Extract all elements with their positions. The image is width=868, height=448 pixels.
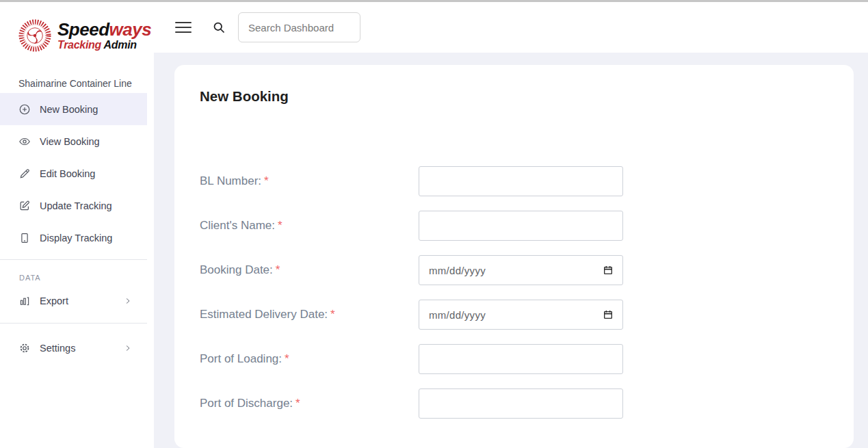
form-row-port-of-discharge: Port of Discharge:* xyxy=(200,388,833,419)
form-row-bl-number: BL Number:* xyxy=(200,166,833,196)
field-label: Port of Discharge:* xyxy=(200,397,419,410)
sidebar-item-label: Settings xyxy=(40,343,75,354)
edit-square-icon xyxy=(18,200,31,212)
topbar xyxy=(154,2,868,53)
required-asterisk: * xyxy=(295,397,300,410)
plus-circle-icon xyxy=(18,103,31,116)
form-row-estimated-delivery-date: Estimated Delivery Date:* mm/dd/yyyy xyxy=(200,300,833,330)
logo-sub-black: Admin xyxy=(104,39,137,51)
sidebar-item-settings[interactable]: Settings xyxy=(0,332,154,365)
hamburger-icon[interactable] xyxy=(175,18,192,36)
page: Speedways Tracking Admin Shaimarine Cont… xyxy=(0,0,868,448)
device-outline-icon xyxy=(18,232,31,244)
sidebar-item-label: View Booking xyxy=(40,136,100,147)
search-icon[interactable] xyxy=(212,21,226,34)
client-name-input[interactable] xyxy=(419,211,623,241)
sidebar-item-label: Export xyxy=(40,295,68,306)
field-label: Client's Name:* xyxy=(200,219,419,233)
required-asterisk: * xyxy=(278,219,282,232)
logo-name-red: ways xyxy=(109,19,152,40)
bl-number-input[interactable] xyxy=(419,166,623,196)
app-logo[interactable]: Speedways Tracking Admin xyxy=(0,2,154,68)
gear-icon xyxy=(18,342,31,354)
eye-icon xyxy=(18,135,31,148)
sidebar: Speedways Tracking Admin Shaimarine Cont… xyxy=(0,2,154,448)
main-content: New Booking BL Number:* Client's Name:* … xyxy=(154,53,868,448)
sidebar-item-export[interactable]: Export xyxy=(0,285,154,317)
pencil-icon xyxy=(18,168,31,180)
calendar-icon[interactable] xyxy=(603,265,614,276)
port-of-loading-input[interactable] xyxy=(419,344,623,374)
sidebar-item-edit-booking[interactable]: Edit Booking xyxy=(0,157,154,189)
logo-sub-red: Tracking xyxy=(57,39,101,51)
estimated-delivery-date-input[interactable]: mm/dd/yyyy xyxy=(419,300,623,330)
sidebar-item-label: Display Tracking xyxy=(40,233,112,243)
form-row-client-name: Client's Name:* xyxy=(200,211,833,241)
page-title: New Booking xyxy=(200,88,833,105)
sidebar-item-update-tracking[interactable]: Update Tracking xyxy=(0,189,154,222)
data-section-label: DATA xyxy=(0,260,154,285)
sidebar-item-view-booking[interactable]: View Booking xyxy=(0,125,154,157)
bar-chart-icon xyxy=(18,295,31,307)
chevron-right-icon xyxy=(124,297,132,305)
sidebar-item-label: Update Tracking xyxy=(40,200,112,211)
required-asterisk: * xyxy=(264,174,269,187)
sidebar-item-display-tracking[interactable]: Display Tracking xyxy=(0,222,154,254)
sidebar-nav: New Booking View Booking Edit Booking xyxy=(0,93,154,254)
speedways-emblem-icon xyxy=(17,18,53,53)
required-asterisk: * xyxy=(285,352,289,365)
sidebar-item-label: New Booking xyxy=(40,104,98,115)
date-placeholder: mm/dd/yyyy xyxy=(429,265,486,276)
sidebar-item-new-booking[interactable]: New Booking xyxy=(0,93,147,125)
form-row-port-of-loading: Port of Loading:* xyxy=(200,344,833,374)
search-input[interactable] xyxy=(238,12,360,42)
chevron-right-icon xyxy=(124,344,132,352)
field-label: Port of Loading:* xyxy=(200,352,419,366)
booking-date-input[interactable]: mm/dd/yyyy xyxy=(419,255,623,285)
org-name: Shaimarine Container Line xyxy=(0,68,154,93)
required-asterisk: * xyxy=(276,263,280,276)
new-booking-form: BL Number:* Client's Name:* Booking Date… xyxy=(200,166,833,419)
field-label: Booking Date:* xyxy=(200,263,419,277)
logo-wordmark: Speedways Tracking Admin xyxy=(57,21,151,51)
field-label: BL Number:* xyxy=(200,174,419,188)
port-of-discharge-input[interactable] xyxy=(419,388,623,419)
sidebar-item-label: Edit Booking xyxy=(40,168,95,179)
required-asterisk: * xyxy=(330,308,335,321)
new-booking-card: New Booking BL Number:* Client's Name:* … xyxy=(174,65,854,448)
date-placeholder: mm/dd/yyyy xyxy=(429,309,486,321)
form-row-booking-date: Booking Date:* mm/dd/yyyy xyxy=(200,255,833,285)
field-label: Estimated Delivery Date:* xyxy=(200,308,419,321)
calendar-icon[interactable] xyxy=(603,309,614,320)
logo-name-black: Speed xyxy=(57,19,109,40)
